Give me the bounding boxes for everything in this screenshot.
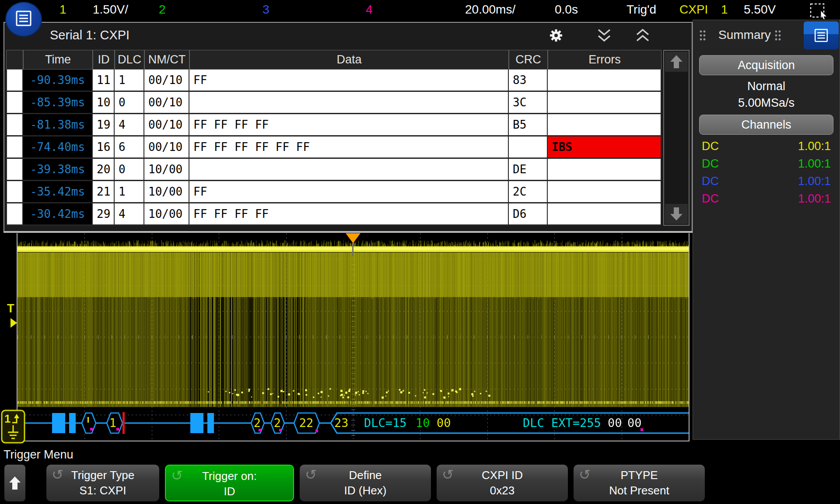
table-row[interactable]: -90.39ms 11 1 00/10 FF 83 bbox=[6, 70, 662, 92]
col-time: Time bbox=[23, 50, 93, 70]
decode-frame-dlc: DLC=15 bbox=[364, 416, 407, 430]
decode-error-mark bbox=[122, 412, 125, 434]
error-badge: IBS bbox=[548, 136, 662, 159]
channel-1-scale[interactable]: 1.50V/ bbox=[93, 3, 128, 17]
channel-4-badge[interactable]: 4 bbox=[366, 3, 373, 17]
summary-titlebar[interactable]: Summary bbox=[693, 20, 840, 52]
softkey-label: CXPI ID bbox=[437, 469, 568, 482]
col-select bbox=[6, 50, 23, 70]
decode-value: 2 bbox=[254, 416, 261, 430]
scroll-up-button[interactable] bbox=[665, 52, 688, 72]
softkey-cxpi-id[interactable]: ↺ CXPI ID 0x23 bbox=[437, 465, 568, 501]
arrow-up-icon bbox=[8, 476, 21, 490]
table-scrollbar[interactable] bbox=[663, 50, 690, 226]
col-errors: Errors bbox=[548, 50, 662, 70]
trigger-level-readout[interactable]: 5.50V bbox=[744, 3, 776, 17]
table-row[interactable]: -81.38ms 19 4 00/10 FF FF FF FF B5 bbox=[6, 114, 662, 136]
decode-table-header: Time ID DLC NM/CT Data CRC Errors bbox=[6, 50, 662, 70]
decode-frame-byte: 00 bbox=[437, 416, 451, 430]
serial-window-title: Serial 1: CXPI bbox=[50, 28, 130, 42]
softkey-define[interactable]: ↺ Define ID (Hex) bbox=[300, 465, 431, 501]
timebase-readout[interactable]: 20.00ms/ bbox=[465, 3, 515, 17]
plot-top-border bbox=[4, 231, 693, 233]
decode-value: 2 bbox=[274, 416, 281, 430]
cycle-icon: ↺ bbox=[579, 466, 591, 483]
svg-text:1: 1 bbox=[4, 412, 10, 425]
coupling-label: DC bbox=[702, 155, 719, 172]
top-status-bar: 1 1.50V/ 2 3 4 20.00ms/ 0.0s Trig'd CXPI… bbox=[0, 0, 840, 21]
summary-menu-button[interactable] bbox=[804, 21, 839, 49]
softkey-value: ID (Hex) bbox=[300, 484, 431, 497]
channel-3-badge[interactable]: 3 bbox=[262, 3, 270, 17]
table-row[interactable]: -30.42ms 29 4 10/00 FF FF FF FF D6 bbox=[6, 203, 662, 226]
menu-list-icon bbox=[14, 9, 33, 30]
softkey-ptype[interactable]: ↺ PTYPE Not Present bbox=[574, 465, 705, 501]
decode-frame-byte: 00 bbox=[627, 416, 642, 430]
acquisition-section-button[interactable]: Acquisition bbox=[699, 55, 833, 75]
col-dlc: DLC bbox=[115, 50, 144, 70]
waveform-canvas bbox=[18, 233, 689, 441]
menu-back-button[interactable] bbox=[4, 465, 25, 501]
delay-readout[interactable]: 0.0s bbox=[555, 3, 578, 17]
softkey-label: Define bbox=[300, 469, 431, 482]
softkey-trigger-on[interactable]: ↺ Trigger on: ID bbox=[165, 465, 294, 501]
coupling-label: DC bbox=[702, 172, 719, 190]
col-crc: CRC bbox=[509, 50, 548, 70]
probe-ratio: 1.00:1 bbox=[798, 137, 831, 155]
table-row[interactable]: -35.42ms 21 1 10/00 FF 2C bbox=[6, 181, 662, 203]
trigger-level-marker[interactable]: T bbox=[7, 302, 14, 315]
channel-2-badge[interactable]: 2 bbox=[159, 3, 166, 17]
partial-digit bbox=[88, 417, 89, 423]
col-nmct: NM/CT bbox=[144, 50, 189, 70]
main-menu-button[interactable] bbox=[5, 2, 42, 37]
sample-rate: 5.00MSa/s bbox=[693, 94, 840, 111]
drag-handle-icon[interactable] bbox=[699, 30, 706, 43]
parity-dot bbox=[116, 428, 119, 430]
expand-chevron-up-icon[interactable] bbox=[633, 26, 653, 45]
col-data: Data bbox=[189, 50, 509, 70]
summary-title: Summary bbox=[718, 28, 771, 42]
bus-burst-block bbox=[190, 413, 203, 433]
softkey-value: ID bbox=[166, 485, 293, 498]
serial-window-titlebar[interactable]: Serial 1: CXPI bbox=[4, 23, 692, 48]
bus-burst-block bbox=[207, 413, 214, 433]
menu-list-icon bbox=[813, 27, 830, 44]
trigger-menu-title: Trigger Menu bbox=[4, 448, 74, 462]
decode-table: Time ID DLC NM/CT Data CRC Errors -90.39… bbox=[6, 50, 662, 226]
trigger-position-marker[interactable] bbox=[346, 233, 360, 243]
table-row[interactable]: -85.39ms 10 0 00/10 3C bbox=[6, 92, 662, 114]
drag-handle-icon[interactable] bbox=[774, 30, 781, 43]
decode-value: 1 bbox=[109, 416, 116, 430]
pointer-select-icon[interactable] bbox=[809, 3, 830, 19]
col-id: ID bbox=[93, 50, 115, 70]
softkey-label: PTYPE bbox=[574, 469, 705, 482]
channel-4-summary: DC 1.00:1 bbox=[693, 190, 840, 207]
softkey-value: S1: CXPI bbox=[46, 484, 159, 497]
cycle-icon: ↺ bbox=[305, 466, 317, 483]
summary-sidebar: Summary Acquisition Normal 5.00MSa/s Cha… bbox=[693, 20, 840, 440]
gear-icon[interactable] bbox=[546, 26, 566, 45]
channel-ground-marker[interactable] bbox=[10, 318, 17, 328]
parity-dot bbox=[640, 428, 643, 431]
parity-dot bbox=[279, 429, 282, 431]
channel-3-summary: DC 1.00:1 bbox=[693, 172, 840, 190]
arrow-down-icon bbox=[668, 206, 684, 222]
trigger-status: Trig'd bbox=[626, 3, 656, 17]
probe-ratio: 1.00:1 bbox=[798, 155, 831, 172]
collapse-chevron-down-icon[interactable] bbox=[594, 26, 614, 45]
table-row[interactable]: -74.40ms 16 6 00/10 FF FF FF FF FF FF IB… bbox=[6, 136, 662, 159]
trigger-type-readout[interactable]: CXPI bbox=[679, 3, 708, 17]
scroll-down-button[interactable] bbox=[665, 204, 688, 224]
bus-burst-block bbox=[69, 413, 76, 433]
table-row[interactable]: -39.38ms 20 0 10/00 DE bbox=[6, 159, 662, 181]
coupling-label: DC bbox=[702, 137, 719, 155]
trigger-source-readout[interactable]: 1 bbox=[721, 3, 728, 17]
decode-frame-byte: 10 bbox=[416, 416, 430, 430]
softkey-trigger-type[interactable]: ↺ Trigger Type S1: CXPI bbox=[46, 465, 159, 501]
channel-1-badge[interactable]: 1 bbox=[60, 3, 66, 17]
softkey-row: ↺ Trigger Type S1: CXPI ↺ Trigger on: ID… bbox=[0, 465, 840, 502]
channels-section-button[interactable]: Channels bbox=[699, 115, 833, 135]
serial-source-icon[interactable]: 1 bbox=[1, 410, 25, 444]
probe-ratio: 1.00:1 bbox=[798, 172, 831, 190]
decode-hex-frame bbox=[82, 413, 96, 433]
